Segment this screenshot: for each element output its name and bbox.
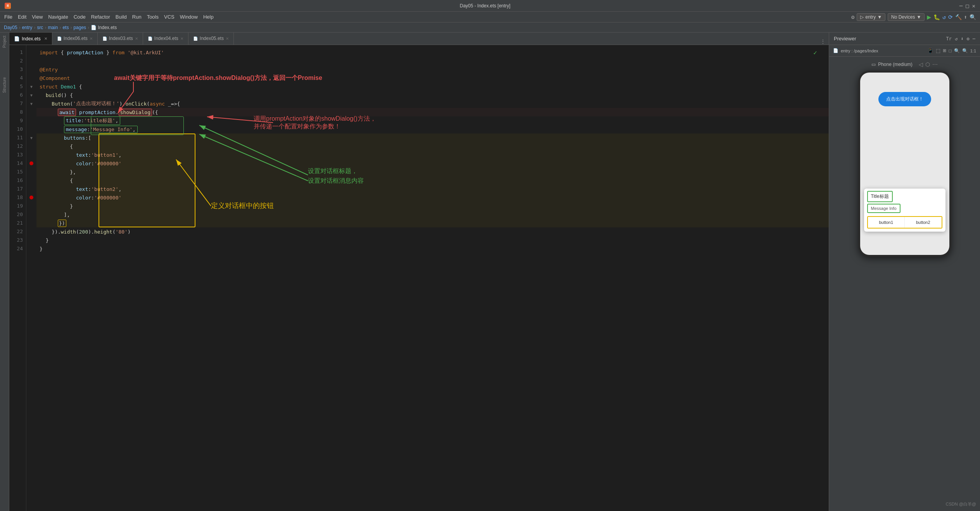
code-line-12: {: [36, 142, 829, 151]
code-line-6: build() {: [36, 91, 829, 99]
line-numbers: 1 2 3 4 5 6 7 8 9 10 11 12 13 14 15 16 1: [9, 45, 26, 511]
previewer-phone-icon[interactable]: 📱: [927, 48, 933, 54]
minimize-btn[interactable]: ─: [959, 3, 963, 9]
editor-tabs: 📄 Index.ets ✕ 📄 Index06.ets ✕ 📄 Index03.…: [9, 33, 829, 45]
previewer-window-icon[interactable]: □: [949, 48, 951, 54]
code-line-22: }).width(200).height('80'): [36, 227, 829, 236]
entry-selector[interactable]: ▷entry▼: [857, 13, 885, 21]
menu-vcs[interactable]: VCS: [161, 13, 177, 21]
breadcrumb-day05[interactable]: Day05: [4, 25, 17, 30]
code-line-2: [36, 57, 829, 65]
code-line-10: message:'Message Info',: [36, 125, 829, 133]
fold-arrow-5[interactable]: ▼: [30, 85, 33, 89]
previewer-scale-text: 1:1: [970, 49, 976, 53]
previewer-zoom-out-icon[interactable]: 🔍: [962, 48, 968, 54]
menu-help[interactable]: Help: [200, 13, 216, 21]
menu-window[interactable]: Window: [177, 13, 200, 21]
phone-label-row: ▭ Phone (medium) ◁ ⬡ ⋯: [829, 57, 980, 71]
phone-more-btn[interactable]: ⋯: [932, 61, 938, 68]
previewer-more-icon[interactable]: ⋯: [973, 36, 975, 42]
tab-index05-close[interactable]: ✕: [226, 36, 229, 41]
fold-arrow-6[interactable]: ▼: [30, 93, 33, 97]
menu-tools[interactable]: Tools: [144, 13, 161, 21]
phone-back-btn[interactable]: ◁: [919, 61, 923, 68]
menu-view[interactable]: View: [29, 13, 45, 21]
breakpoint-14[interactable]: [29, 161, 33, 165]
previewer-down-icon[interactable]: ⬇: [961, 36, 963, 42]
phone-frame: 点击出现对话框！ Title标题 Message Info: [858, 71, 951, 257]
run-icon[interactable]: ▶: [927, 13, 931, 21]
reload2-icon[interactable]: ⟳: [948, 14, 953, 20]
menu-file[interactable]: File: [2, 13, 15, 21]
previewer-grid-icon[interactable]: ⊞: [943, 48, 946, 53]
build2-icon[interactable]: 🔨: [955, 14, 962, 20]
previewer-path-text: entry : /pages/Index: [841, 49, 878, 53]
breadcrumb-src[interactable]: src: [37, 25, 43, 30]
close-btn[interactable]: ✕: [972, 3, 975, 9]
phone-dialog-button[interactable]: 点击出现对话框！: [878, 92, 931, 106]
breadcrumb-entry[interactable]: entry: [22, 25, 33, 30]
app-window: H Day05 - Index.ets [entry] ─ □ ✕ File E…: [0, 0, 980, 511]
debug-icon[interactable]: 🐛: [933, 14, 940, 20]
search-icon[interactable]: 🔍: [970, 14, 976, 20]
previewer-settings-icon[interactable]: ⚙: [967, 36, 970, 42]
previewer-zoom-icon[interactable]: 🔍: [954, 48, 960, 54]
code-content[interactable]: import { promptAction } from '@kit.ArkUI…: [36, 45, 829, 511]
previewer-path-bar: 📄 entry : /pages/Index 📱 ⬚ ⊞ □ 🔍 🔍 1:1: [829, 45, 980, 57]
fold-arrow-11[interactable]: ▼: [30, 136, 33, 140]
upload-icon[interactable]: ⬆: [964, 14, 967, 20]
menu-build[interactable]: Build: [113, 13, 130, 21]
tab-index06[interactable]: 📄 Index06.ets ✕: [52, 33, 98, 45]
previewer-header: Previewer Tr ↺ ⬇ ⚙ ⋯: [829, 33, 980, 45]
tab-index[interactable]: 📄 Index.ets ✕: [9, 33, 52, 45]
previewer-rotate-icon[interactable]: ↺: [955, 36, 958, 42]
code-line-14: color:'#000000': [36, 159, 829, 168]
phone-label-text: Phone (medium): [878, 62, 913, 67]
menu-toolbar-row: File Edit View Navigate Code Refactor Bu…: [0, 12, 980, 23]
tab-index03[interactable]: 📄 Index03.ets ✕: [98, 33, 143, 45]
menu-refactor[interactable]: Refactor: [88, 13, 113, 21]
code-line-9: title:'title标题',: [36, 116, 829, 125]
menu-edit[interactable]: Edit: [15, 13, 29, 21]
tab-index03-close[interactable]: ✕: [135, 36, 138, 41]
phone-home-btn[interactable]: ⬡: [925, 61, 930, 68]
phone-screen: 点击出现对话框！ Title标题 Message Info: [860, 73, 949, 255]
reload-icon[interactable]: ↺: [942, 14, 945, 20]
tab-index06-close[interactable]: ✕: [90, 36, 93, 41]
maximize-btn[interactable]: □: [966, 3, 969, 9]
fold-arrow-7[interactable]: ▼: [30, 102, 33, 106]
tab-index04[interactable]: 📄 Index04.ets ✕: [143, 33, 188, 45]
dialog-button1[interactable]: button1: [868, 217, 905, 228]
code-line-17: text:'button2',: [36, 185, 829, 193]
breadcrumb-main[interactable]: main: [48, 25, 58, 30]
code-line-16: {: [36, 176, 829, 185]
no-devices-label: No Devices: [891, 14, 915, 20]
menu-code[interactable]: Code: [71, 13, 88, 21]
sidebar-item-structure[interactable]: Structure: [2, 77, 7, 93]
breadcrumb-ets[interactable]: ets: [62, 25, 69, 30]
previewer-tablet-icon[interactable]: ⬚: [936, 48, 940, 54]
code-editor: 1 2 3 4 5 6 7 8 9 10 11 12 13 14 15 16 1: [9, 45, 829, 511]
settings-icon[interactable]: ⚙: [851, 14, 854, 20]
code-line-13: text:'button1',: [36, 151, 829, 159]
menu-run[interactable]: Run: [130, 13, 144, 21]
tab-index-close[interactable]: ✕: [44, 36, 47, 41]
breadcrumb-pages[interactable]: pages: [73, 25, 86, 30]
checkmark-icon: ✓: [813, 49, 817, 56]
breakpoint-18[interactable]: [29, 196, 33, 199]
left-activity-bar: Project Structure: [0, 33, 9, 511]
dialog-button2[interactable]: button2: [905, 217, 942, 228]
code-line-18: color:'#000000': [36, 193, 829, 202]
tab-index-icon: 📄: [14, 36, 20, 42]
menu-navigate[interactable]: Navigate: [45, 13, 71, 21]
tab-index05[interactable]: 📄 Index05.ets ✕: [188, 33, 234, 45]
tab-index-label: Index.ets: [22, 36, 41, 42]
title-bar: H Day05 - Index.ets [entry] ─ □ ✕: [0, 0, 980, 12]
tab-index04-close[interactable]: ✕: [180, 36, 183, 41]
phone-mockup-container: 点击出现对话框！ Title标题 Message Info: [829, 71, 980, 511]
no-devices-selector[interactable]: No Devices▼: [888, 13, 925, 21]
tabs-more-btn[interactable]: ⋮: [817, 38, 829, 45]
sidebar-item-project[interactable]: Project: [2, 36, 7, 48]
dialog-buttons-row: button1 button2: [867, 216, 942, 229]
previewer-font-icon[interactable]: Tr: [946, 36, 952, 42]
